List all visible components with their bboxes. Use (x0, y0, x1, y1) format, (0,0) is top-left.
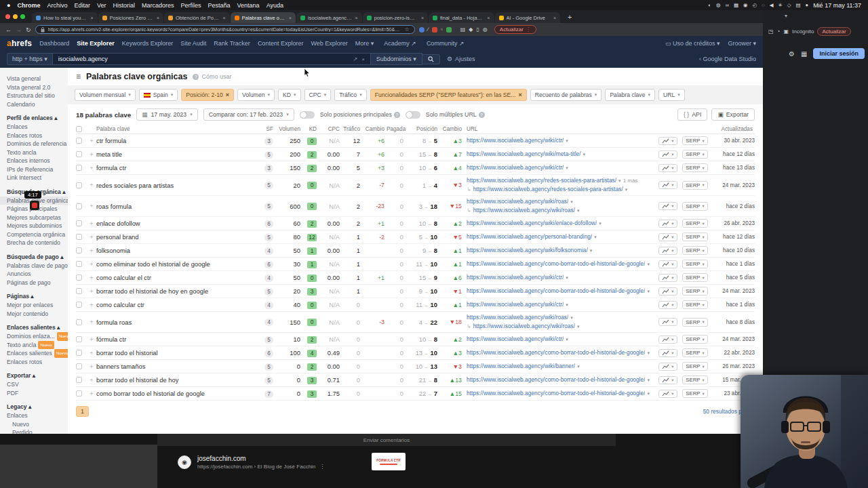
chart-button[interactable]: ▾ (658, 376, 677, 384)
sidebar-item-calendario[interactable]: Calendario (7, 100, 68, 109)
status-icon-0[interactable]: ◐ (709, 2, 712, 8)
keyword-cell[interactable]: fórmula ctr (96, 336, 258, 343)
sidebar-item-perdido[interactable]: Perdido (7, 428, 68, 434)
col-actualizadas[interactable]: Actualizadas (711, 126, 755, 132)
col-pagada[interactable]: Pagada (387, 126, 406, 132)
caret-down-icon[interactable]: ▾ (647, 349, 650, 357)
row-checkbox[interactable] (76, 247, 82, 253)
browser-tab[interactable]: posicion-zero-isw - Hojas de× (363, 12, 429, 23)
keyword-cell[interactable]: meta title (96, 150, 258, 158)
url-link[interactable]: https://www.isocialweb.agency/wiki/roas/ (467, 198, 568, 206)
sidebar-item-enlaces-salientes[interactable]: Enlaces salientesNuevo (7, 349, 68, 358)
extension-icon[interactable]: ▫ (441, 26, 443, 33)
row-expand-icon[interactable]: + (87, 302, 96, 308)
col-sf[interactable]: SF (258, 126, 275, 132)
sidebar-item-mejores-subcarpetas[interactable]: Mejores subcarpetas (7, 214, 68, 222)
serp-result-title[interactable]: josefacchin.com (197, 454, 325, 463)
apps-grid-icon[interactable]: ▦ (801, 50, 807, 58)
caret-down-icon[interactable]: ▾ (647, 287, 650, 296)
new-tab-button[interactable]: + (561, 13, 578, 21)
row-checkbox[interactable] (76, 234, 82, 240)
filter-chip[interactable]: CPC▾ (304, 89, 332, 101)
nav-more[interactable]: More ▾ (355, 40, 374, 47)
chip-close-icon[interactable]: × (226, 92, 229, 98)
caret-down-icon[interactable]: ▾ (647, 376, 650, 384)
chart-button[interactable]: ▾ (658, 363, 677, 371)
kebab-icon[interactable]: ⋮ (319, 464, 325, 470)
menu-item-chrome[interactable]: Chrome (17, 2, 40, 9)
filter-chip[interactable]: Volumen▾ (237, 89, 275, 101)
clear-target-icon[interactable]: × (361, 56, 365, 62)
menu-item-marcadores[interactable]: Marcadores (142, 2, 174, 9)
sidebar-item-p-ginas-de-pago[interactable]: Páginas de pago (7, 279, 68, 287)
sidebar-item-anuncios[interactable]: Anuncios (7, 270, 68, 279)
filter-chip[interactable]: Tráfico▾ (334, 89, 366, 101)
sidebar-section-4[interactable]: Páginas ▴ (7, 292, 68, 301)
col-volumen[interactable]: Volumen (275, 126, 302, 132)
account-menu[interactable]: Groower ▾ (728, 40, 756, 47)
sidebar-item-enlaces-internos[interactable]: Enlaces internos (7, 157, 68, 165)
sidebar-item-mejor-contenido[interactable]: Mejor contenido (7, 310, 68, 319)
chart-button[interactable]: ▾ (658, 220, 677, 228)
open-target-icon[interactable]: ↗ (353, 56, 357, 62)
keyword-cell[interactable]: redes sociales para artistas (96, 182, 258, 189)
row-expand-icon[interactable]: + (87, 203, 96, 209)
serp-button[interactable]: SERP▾ (682, 219, 708, 228)
row-checkbox[interactable] (76, 151, 82, 157)
search-button[interactable] (422, 54, 440, 64)
row-checkbox[interactable] (76, 363, 82, 369)
url-link[interactable]: https://www.isocialweb.agency/wiki/ctr/ (467, 164, 564, 172)
row-expand-icon[interactable]: + (87, 182, 96, 188)
caret-down-icon[interactable]: ▾ (577, 207, 580, 215)
browser-tab[interactable]: final_data - Hojas de cálculo× (429, 12, 494, 23)
browser-tab[interactable]: isocialweb.agency-organic-k× (296, 12, 362, 23)
url-link[interactable]: https://www.isocialweb.agency/wiki/banne… (467, 363, 575, 371)
sidebar-item-csv[interactable]: CSV (7, 380, 68, 389)
caret-down-icon[interactable]: ▾ (583, 150, 586, 159)
close-window-button[interactable] (5, 14, 10, 19)
status-icon-7[interactable]: ◀ (770, 2, 774, 8)
url-link[interactable]: https://www.isocialweb.agency/wiki/folks… (467, 247, 588, 255)
profile-avatar-icon[interactable]: ◍ (483, 26, 488, 33)
sidebar-item-dominios-de-referencia[interactable]: Dominios de referencia (7, 140, 68, 148)
menu-item-historial[interactable]: Historial (113, 2, 136, 9)
chart-button[interactable]: ▾ (658, 318, 677, 326)
col-kd[interactable]: KD (302, 126, 319, 132)
extension-icon[interactable]: ∕ (428, 26, 429, 33)
serp-button[interactable]: SERP▾ (682, 273, 708, 282)
scope-select[interactable]: Subdominios ▾ (371, 53, 422, 65)
more-results-link[interactable]: 1 más (623, 177, 638, 185)
url-link[interactable]: https://www.isocialweb.agency/wiki/meta-… (467, 150, 581, 159)
serp-button[interactable]: SERP▾ (682, 375, 708, 384)
keyword-cell[interactable]: como borrar todo el historial de google (96, 390, 258, 397)
row-expand-icon[interactable]: + (87, 261, 96, 268)
row-expand-icon[interactable]: + (87, 220, 96, 227)
keyword-cell[interactable]: formula roas (96, 319, 258, 326)
serp-button[interactable]: SERP▾ (682, 181, 708, 190)
row-expand-icon[interactable]: + (87, 247, 96, 254)
row-checkbox[interactable] (76, 319, 82, 325)
browser-tab[interactable]: How to steal your competitor× (32, 12, 98, 23)
row-checkbox[interactable] (76, 274, 82, 281)
apple-menu-icon[interactable]: ● (7, 2, 10, 9)
sidebar-item-pdf[interactable]: PDF (7, 389, 68, 398)
chart-button[interactable]: ▾ (658, 301, 677, 309)
caret-down-icon[interactable]: ▾ (647, 390, 650, 398)
recording-stop-button[interactable] (30, 201, 39, 210)
keyword-cell[interactable]: personal brand (96, 233, 258, 241)
status-icon-8[interactable]: ✳ (778, 2, 782, 8)
sidebar-item-competencia-org-nica[interactable]: Competencia orgánica (7, 230, 68, 239)
row-expand-icon[interactable]: + (87, 288, 96, 295)
sidebar-toggle-icon[interactable]: ▯ (476, 26, 479, 33)
caret-down-icon[interactable]: ▾ (594, 233, 597, 241)
filter-chip[interactable]: Palabra clave▾ (605, 89, 655, 101)
tab-close-icon[interactable]: × (553, 16, 556, 20)
status-icon-3[interactable]: ▦ (734, 2, 738, 8)
chip-close-icon[interactable]: × (519, 92, 522, 98)
keyword-cell[interactable]: borrar todo el historial (96, 349, 258, 357)
status-icon-1[interactable]: ◍ (716, 2, 721, 8)
menu-item-perfiles[interactable]: Perfiles (181, 2, 201, 9)
profile-icon[interactable]: ◔ (777, 28, 781, 35)
target-input[interactable]: isocialweb.agency ↗ × (52, 53, 371, 65)
chart-button[interactable]: ▾ (658, 202, 677, 210)
